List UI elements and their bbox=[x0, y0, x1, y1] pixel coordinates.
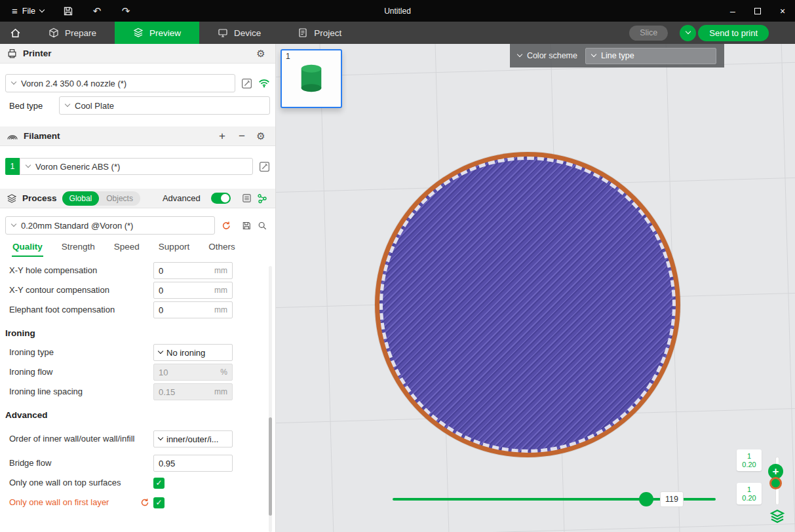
device-icon bbox=[218, 28, 228, 38]
chevron-down-icon bbox=[517, 52, 522, 57]
process-icon bbox=[7, 193, 17, 204]
setting-value: No ironing bbox=[166, 348, 205, 358]
filament-settings-gear-icon[interactable]: ⚙ bbox=[254, 130, 267, 142]
scope-objects-button[interactable]: Objects bbox=[99, 194, 140, 203]
tab-project-label: Project bbox=[314, 28, 341, 38]
move-slider-thumb[interactable] bbox=[639, 492, 653, 506]
bridge-flow-input[interactable]: 0.95 bbox=[153, 455, 233, 472]
bed-type-row: Bed type Cool Plate bbox=[5, 96, 270, 115]
filament-preset-dropdown[interactable]: Voron Generic ABS (*) bbox=[20, 158, 253, 175]
group-header-advanced: Advanced bbox=[0, 402, 275, 425]
edit-printer-icon[interactable] bbox=[241, 78, 252, 89]
tab-strength[interactable]: Strength bbox=[61, 237, 96, 257]
setting-value: 0 bbox=[159, 286, 163, 295]
xy-hole-compensation-input[interactable]: 0 mm bbox=[153, 262, 233, 279]
chevron-down-icon bbox=[158, 435, 163, 440]
app-window: ≡ File ↶ ↷ Untitled – × Prepare Pre bbox=[0, 0, 795, 532]
scope-global-button[interactable]: Global bbox=[62, 191, 100, 206]
printer-preset-dropdown[interactable]: Voron 2.4 350 0.4 nozzle (*) bbox=[5, 74, 235, 92]
sidebar-scrollbar-thumb[interactable] bbox=[269, 417, 272, 516]
add-filament-button[interactable]: + bbox=[215, 130, 229, 143]
color-scheme-control[interactable]: Color scheme bbox=[518, 51, 577, 60]
tab-support[interactable]: Support bbox=[158, 237, 190, 257]
slice-button[interactable]: Slice bbox=[629, 26, 668, 41]
redo-icon: ↷ bbox=[122, 5, 130, 17]
preview-viewport[interactable]: 1 Color scheme Line type 119 bbox=[276, 44, 795, 532]
only-one-wall-top-checkbox[interactable]: ✓ bbox=[153, 478, 165, 489]
save-preset-icon[interactable] bbox=[242, 221, 252, 231]
close-button[interactable]: × bbox=[770, 0, 795, 22]
tab-others[interactable]: Others bbox=[208, 237, 236, 257]
tab-device[interactable]: Device bbox=[199, 22, 279, 44]
undo-button[interactable]: ↶ bbox=[87, 3, 107, 20]
advanced-mode-toggle[interactable] bbox=[211, 193, 231, 204]
layers-icon bbox=[769, 508, 785, 524]
check-icon: ✓ bbox=[155, 498, 162, 507]
home-button[interactable] bbox=[0, 22, 30, 44]
remove-filament-button[interactable]: − bbox=[235, 130, 249, 143]
process-section-title: Process bbox=[22, 193, 57, 203]
wifi-icon[interactable] bbox=[258, 79, 270, 88]
setting-label: Elephant foot compensation bbox=[9, 305, 153, 315]
setting-label: Ironing line spacing bbox=[9, 387, 153, 397]
setting-unit: mm bbox=[214, 286, 227, 295]
layer-view-button[interactable] bbox=[769, 508, 786, 525]
reset-preset-icon[interactable] bbox=[222, 221, 231, 231]
home-icon bbox=[10, 28, 21, 39]
check-icon: ✓ bbox=[155, 478, 162, 487]
only-one-wall-first-layer-checkbox[interactable]: ✓ bbox=[153, 497, 165, 508]
tab-prepare[interactable]: Prepare bbox=[30, 22, 115, 44]
sidebar: Printer ⚙ Voron 2.4 350 0.4 nozzle (*) B… bbox=[0, 44, 276, 532]
layer-slider-thumb[interactable] bbox=[769, 477, 782, 489]
save-button[interactable] bbox=[58, 3, 78, 20]
layer-number: 1 bbox=[747, 452, 751, 461]
file-menu-label: File bbox=[22, 7, 35, 16]
titlebar: ≡ File ↶ ↷ Untitled – × bbox=[0, 0, 795, 22]
ironing-type-dropdown[interactable]: No ironing bbox=[153, 344, 233, 361]
send-to-print-button[interactable]: Send to print bbox=[698, 25, 769, 41]
tab-speed[interactable]: Speed bbox=[113, 237, 140, 257]
content: Printer ⚙ Voron 2.4 350 0.4 nozzle (*) B… bbox=[0, 44, 795, 532]
layer-marker-bottom: 1 0.20 bbox=[737, 483, 762, 504]
line-type-dropdown[interactable]: Line type bbox=[585, 48, 716, 64]
wall-order-dropdown[interactable]: inner/outer/i... bbox=[153, 430, 233, 447]
setting-label: Only one wall on top surfaces bbox=[9, 478, 153, 488]
setting-row: Order of inner wall/outer wall/infill in… bbox=[0, 425, 275, 453]
chevron-down-icon bbox=[39, 7, 45, 12]
search-icon[interactable] bbox=[258, 221, 267, 231]
setting-value: 0 bbox=[159, 305, 163, 315]
xy-contour-compensation-input[interactable]: 0 mm bbox=[153, 282, 233, 299]
reset-setting-icon[interactable] bbox=[140, 498, 149, 507]
printer-preset-row: Voron 2.4 350 0.4 nozzle (*) bbox=[5, 74, 270, 92]
parameter-list-icon[interactable] bbox=[242, 193, 252, 203]
printer-section-title: Printer bbox=[23, 48, 52, 58]
process-preset-value: 0.20mm Standard @Voron (*) bbox=[21, 221, 133, 231]
edit-filament-icon[interactable] bbox=[259, 161, 270, 172]
file-menu-button[interactable]: ≡ File bbox=[7, 3, 49, 18]
chevron-down-icon bbox=[591, 52, 596, 57]
plate-number: 1 bbox=[286, 52, 290, 61]
maximize-button[interactable] bbox=[745, 0, 770, 22]
printer-settings-gear-icon[interactable]: ⚙ bbox=[254, 48, 267, 60]
sliced-model-first-layer[interactable] bbox=[375, 152, 680, 457]
send-options-button[interactable] bbox=[680, 25, 696, 41]
minimize-button[interactable]: – bbox=[720, 0, 745, 22]
bed-type-dropdown[interactable]: Cool Plate bbox=[59, 96, 270, 115]
infill-area bbox=[379, 157, 676, 453]
process-preset-dropdown[interactable]: 0.20mm Standard @Voron (*) bbox=[5, 216, 215, 235]
parameter-graph-icon[interactable] bbox=[257, 193, 267, 204]
tab-project[interactable]: Project bbox=[279, 22, 360, 44]
elephant-foot-compensation-input[interactable]: 0 mm bbox=[153, 301, 233, 318]
advanced-mode-label: Advanced bbox=[163, 193, 201, 203]
titlebar-left: ≡ File ↶ ↷ bbox=[0, 3, 136, 20]
redo-button[interactable]: ↷ bbox=[116, 3, 136, 20]
setting-row: Bridge flow 0.95 bbox=[0, 453, 275, 473]
setting-row: X-Y hole compensation 0 mm bbox=[0, 261, 275, 280]
chevron-down-icon bbox=[26, 162, 31, 168]
filament-slot-badge[interactable]: 1 bbox=[5, 158, 20, 175]
tab-quality[interactable]: Quality bbox=[12, 237, 43, 257]
tab-device-label: Device bbox=[234, 28, 261, 38]
tab-preview[interactable]: Preview bbox=[115, 22, 199, 44]
plate-thumbnail[interactable]: 1 bbox=[281, 49, 342, 108]
group-header-ironing: Ironing bbox=[0, 320, 275, 343]
